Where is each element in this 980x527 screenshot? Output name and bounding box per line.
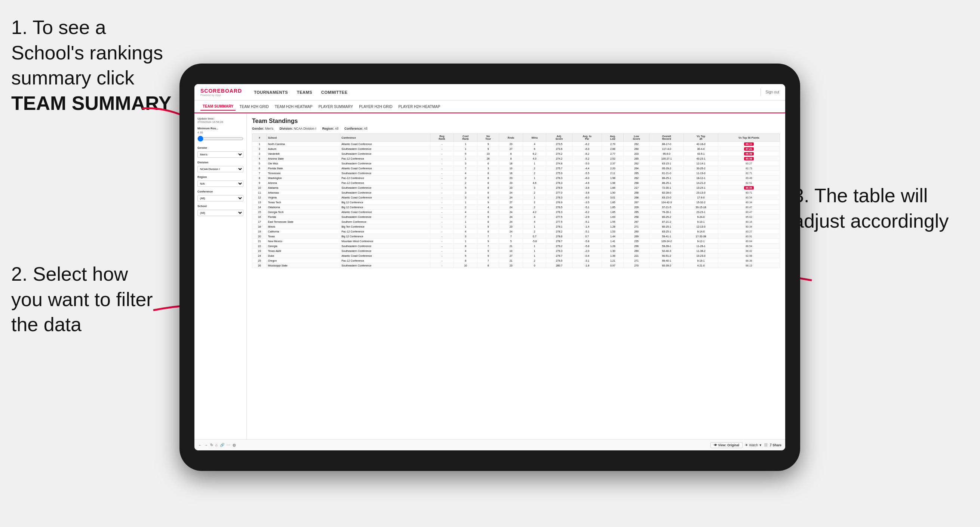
table-row[interactable]: 15 Georgia Tech Atlantic Coast Conferenc… [252,210,780,214]
table-row[interactable]: 21 New Mexico Mountain West Conference -… [252,239,780,244]
cell-pts: 80.84 [718,239,780,244]
table-row[interactable]: 22 Georgia Southeastern Conference - 8 7… [252,244,780,249]
table-row[interactable]: 10 Alabama Southeastern Conference - 5 8… [252,186,780,190]
gender-filter-value: Men's [265,127,273,130]
subnav-player-summary[interactable]: PLAYER SUMMARY [316,103,355,110]
step2-text: 2. Select how you want to filter the dat… [11,263,153,335]
nav-signout[interactable]: Sign out [765,90,779,94]
cell-als: 1.85 [602,205,623,210]
cell-rnd: 24 [499,195,523,200]
table-row[interactable]: 9 Arizona Pac-12 Conference - 2 8 23 4.6… [252,181,780,186]
cell-als: 1.98 [602,176,623,181]
table-row[interactable]: 14 Oklahoma Big 12 Conference - 2 4 24 2… [252,205,780,210]
cell-low: 267 [623,200,649,205]
cell-rr: - [430,234,453,239]
col-wins: Wins [523,134,546,142]
cell-rank: 26 [252,263,267,268]
cell-nt: 9 [477,249,499,253]
subnav-player-h2h-grid[interactable]: PLAYER H2H GRID [357,103,395,110]
cell-pts: 82.98 [718,253,780,258]
table-row[interactable]: 13 Texas Tech Big 12 Conference - 1 9 27… [252,200,780,205]
toolbar-share-btn[interactable]: ⤴ Share [770,443,781,447]
col-rank: # [252,134,267,142]
toolbar-back[interactable]: ← [198,443,202,447]
toolbar-more[interactable]: ⋯ [227,443,230,447]
cell-adj: 277.0 [546,190,572,195]
table-row[interactable]: 18 Illinois Big Ten Conference - 1 9 23 … [252,224,780,229]
cell-wins: 1 [523,161,546,166]
cell-low: 265 [623,171,649,176]
region-select[interactable]: N/A All [197,181,243,187]
nav-link-committee[interactable]: COMMITTEE [321,90,348,95]
conference-select[interactable]: (All) Atlantic Coast Conference Big 10 C… [197,195,243,202]
toolbar-watch-btn[interactable]: 👁 Watch ▼ [745,443,762,447]
cell-als: 2.37 [602,161,623,166]
school-select[interactable]: (All) [197,210,243,216]
subnav-team-h2h-heatmap[interactable]: TEAM H2H HEATMAP [272,103,315,110]
table-row[interactable]: 6 Florida State Atlantic Coast Conferenc… [252,166,780,171]
toolbar-view-btn[interactable]: 👁 View: Original [710,442,743,448]
toolbar-share-icon[interactable]: 🔗 [220,443,224,447]
toolbar-grid-icon[interactable]: ☷ [764,443,768,447]
cell-als: 1.30 [602,249,623,253]
cell-overall: 87-21-2 [649,219,684,224]
table-row[interactable]: 4 Arizona State Pac-12 Conference - 1 26… [252,156,780,161]
cell-rnd: 24 [499,219,523,224]
table-row[interactable]: 16 Florida Southeastern Conference - 7 9… [252,214,780,219]
subnav-team-summary[interactable]: TEAM SUMMARY [200,103,235,111]
cell-atp: -4.4 [572,166,602,171]
toolbar-reload[interactable]: ↻ [210,443,213,447]
logo-scoreboard: SCOREBOARD [200,88,242,94]
nav-link-tournaments[interactable]: TOURNAMENTS [254,90,288,95]
cell-cr: 8 [453,244,477,249]
cell-rnd: 27 [499,146,523,151]
table-row[interactable]: 25 Oregon Pac-12 Conference - 8 7 21 2 2… [252,258,780,263]
division-select[interactable]: NCAA Division I NCAA Division II NCAA Di… [197,166,243,172]
table-row[interactable]: 2 Auburn Southeastern Conference - 1 9 2… [252,146,780,151]
table-row[interactable]: 11 Arkansas Southeastern Conference - 3 … [252,190,780,195]
cell-adj: 274.8 [546,161,572,166]
toolbar-clock[interactable]: ◍ [232,443,236,447]
cell-atp: -1.4 [572,224,602,229]
cell-conf: Southeastern Conference [340,161,430,166]
table-row[interactable]: 23 Texas A&M Southeastern Conference - 4… [252,249,780,253]
cell-wins: 6.2 [523,151,546,156]
gender-select[interactable]: Men's Women's All [197,151,243,158]
subnav-player-h2h-heatmap[interactable]: PLAYER H2H HEATMAP [396,103,442,110]
table-row[interactable]: 19 California Pac-12 Conference - 4 8 24… [252,229,780,234]
table-row[interactable]: 7 Tennessee Southeastern Conference - 4 … [252,171,780,176]
table-row[interactable]: 20 Texas Big 12 Conference - 3 7 7 0.7 2… [252,234,780,239]
nav-link-teams[interactable]: TEAMS [297,90,312,95]
table-row[interactable]: 17 East Tennessee State Southern Confere… [252,219,780,224]
cell-rr: - [430,200,453,205]
table-row[interactable]: 1 North Carolina Atlantic Coast Conferen… [252,142,780,146]
table-row[interactable]: 3 Vanderbilt Southeastern Conference - 5… [252,151,780,156]
table-row[interactable]: 26 Mississippi State Southeastern Confer… [252,263,780,268]
cell-nt: 8 [477,171,499,176]
cell-vt25: 43-5-1 [684,151,718,156]
cell-nt: 8 [477,195,499,200]
cell-rank: 4 [252,156,267,161]
toolbar-forward[interactable]: → [204,443,208,447]
cell-wins: 3 [523,186,546,190]
cell-rnd: 23 [499,224,523,229]
cell-school: Texas [267,234,340,239]
cell-low: 209 [623,205,649,210]
cell-wins: 1 [523,244,546,249]
cell-cr: 4 [453,171,477,176]
table-row[interactable]: 5 Ole Miss Southeastern Conference - 3 6… [252,161,780,166]
cell-pts: 83.27 [718,229,780,234]
minimum-rou-slider[interactable] [197,136,243,142]
cell-pts: 80.16 [718,219,780,224]
gender-section: Gender Men's Women's All [197,146,243,158]
cell-als: 3.01 [602,195,623,200]
cell-wins: 1 [523,176,546,181]
subnav-team-h2h-grid[interactable]: TEAM H2H GRID [237,103,271,110]
table-row[interactable]: 12 Virginia Atlantic Coast Conference - … [252,195,780,200]
table-row[interactable]: 8 Washington Pac-12 Conference - 2 8 23 … [252,176,780,181]
cell-rank: 8 [252,176,267,181]
cell-vt25: 11-19-0 [684,171,718,176]
cell-vt25: 10-23-0 [684,253,718,258]
toolbar-home[interactable]: ⌂ [215,443,218,447]
table-row[interactable]: 24 Duke Atlantic Coast Conference - 5 9 … [252,253,780,258]
